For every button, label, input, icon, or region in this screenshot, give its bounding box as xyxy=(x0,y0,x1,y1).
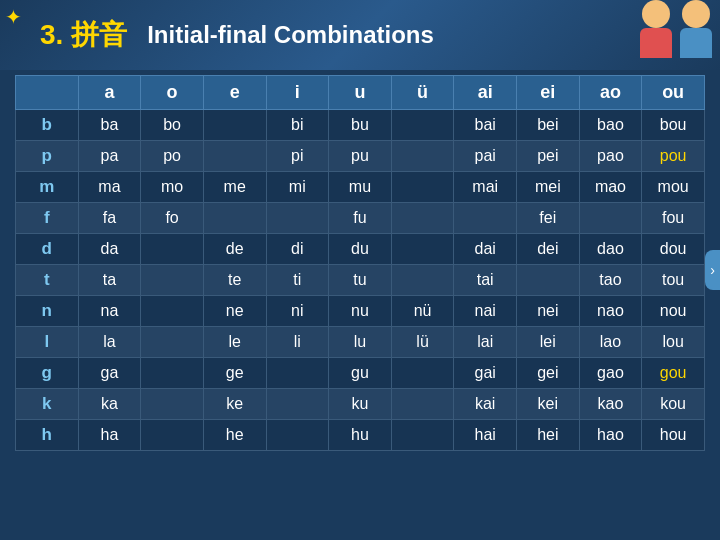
table-row: ggagegugaigeigaogou xyxy=(16,358,705,389)
combination-cell: gou xyxy=(642,358,705,389)
table-row: ttatetitutaitaotou xyxy=(16,265,705,296)
combination-cell xyxy=(391,265,454,296)
combination-cell: mao xyxy=(579,172,642,203)
kid2-body xyxy=(680,28,712,58)
kid1-head xyxy=(642,0,670,28)
initial-cell: h xyxy=(16,420,79,451)
table-row: nnaneninunünaineinaonou xyxy=(16,296,705,327)
table-row: bbabobibubaibeibaobou xyxy=(16,110,705,141)
col-header-o: o xyxy=(141,76,204,110)
combination-cell: gao xyxy=(579,358,642,389)
col-header-e: e xyxy=(203,76,266,110)
combination-cell: me xyxy=(203,172,266,203)
initial-cell: k xyxy=(16,389,79,420)
combination-cell: ga xyxy=(78,358,141,389)
combination-cell: dao xyxy=(579,234,642,265)
combination-cell: na xyxy=(78,296,141,327)
combination-cell: ne xyxy=(203,296,266,327)
combination-cell: pu xyxy=(329,141,392,172)
combination-cell: ke xyxy=(203,389,266,420)
combination-cell: hu xyxy=(329,420,392,451)
combination-cell: gai xyxy=(454,358,517,389)
initial-cell: d xyxy=(16,234,79,265)
page-title: Initial-final Combinations xyxy=(147,21,434,49)
combination-cell: tu xyxy=(329,265,392,296)
combination-cell: li xyxy=(266,327,329,358)
combination-cell: mi xyxy=(266,172,329,203)
combination-cell: bo xyxy=(141,110,204,141)
initial-cell: t xyxy=(16,265,79,296)
combination-cell: lü xyxy=(391,327,454,358)
combination-cell: di xyxy=(266,234,329,265)
combination-cell: nei xyxy=(517,296,580,327)
combination-cell: lei xyxy=(517,327,580,358)
combination-cell: gu xyxy=(329,358,392,389)
section-number-pinyin: 3. 拼音 xyxy=(40,16,127,54)
initial-cell: n xyxy=(16,296,79,327)
side-arrow[interactable]: › xyxy=(705,250,720,290)
combination-cell: ge xyxy=(203,358,266,389)
combination-cell xyxy=(266,389,329,420)
table-container: a o e i u ü ai ei ao ou bbabobibubaibeib… xyxy=(0,70,720,540)
combination-cell: bei xyxy=(517,110,580,141)
combination-cell: kao xyxy=(579,389,642,420)
combination-cell: he xyxy=(203,420,266,451)
combination-cell: kou xyxy=(642,389,705,420)
combination-cell: ka xyxy=(78,389,141,420)
combination-cell: mu xyxy=(329,172,392,203)
combination-cell: fu xyxy=(329,203,392,234)
table-row: llalelilulülaileilaolou xyxy=(16,327,705,358)
combination-cell: bou xyxy=(642,110,705,141)
combination-cell: lai xyxy=(454,327,517,358)
col-header-i: i xyxy=(266,76,329,110)
combination-cell: nao xyxy=(579,296,642,327)
combination-cell xyxy=(391,234,454,265)
col-header-ai: ai xyxy=(454,76,517,110)
combination-cell: pa xyxy=(78,141,141,172)
combination-cell xyxy=(391,203,454,234)
combination-cell: ha xyxy=(78,420,141,451)
combination-cell: te xyxy=(203,265,266,296)
combinations-table: a o e i u ü ai ei ao ou bbabobibubaibeib… xyxy=(15,75,705,451)
initial-cell: p xyxy=(16,141,79,172)
combination-cell: ku xyxy=(329,389,392,420)
col-header-ou: ou xyxy=(642,76,705,110)
combination-cell xyxy=(391,358,454,389)
kid2 xyxy=(677,0,715,65)
combination-cell: ma xyxy=(78,172,141,203)
kid1 xyxy=(637,0,675,65)
combination-cell: pi xyxy=(266,141,329,172)
combination-cell: nai xyxy=(454,296,517,327)
combination-cell: tao xyxy=(579,265,642,296)
combination-cell: pai xyxy=(454,141,517,172)
table-row: ffafofufeifou xyxy=(16,203,705,234)
initial-cell: f xyxy=(16,203,79,234)
kid2-head xyxy=(682,0,710,28)
table-header-row: a o e i u ü ai ei ao ou xyxy=(16,76,705,110)
combination-cell xyxy=(141,265,204,296)
combination-cell: da xyxy=(78,234,141,265)
table-row: mmamomemimumaimeimaomou xyxy=(16,172,705,203)
col-header-empty xyxy=(16,76,79,110)
combination-cell xyxy=(203,110,266,141)
combination-cell: fa xyxy=(78,203,141,234)
combination-cell: de xyxy=(203,234,266,265)
combination-cell: lu xyxy=(329,327,392,358)
combination-cell: tou xyxy=(642,265,705,296)
combination-cell: mo xyxy=(141,172,204,203)
combination-cell: pou xyxy=(642,141,705,172)
col-header-u: u xyxy=(329,76,392,110)
table-row: ppapopipupaipeipaopou xyxy=(16,141,705,172)
combination-cell xyxy=(579,203,642,234)
combination-cell xyxy=(391,389,454,420)
combination-cell: kei xyxy=(517,389,580,420)
combination-cell: le xyxy=(203,327,266,358)
combination-cell: dai xyxy=(454,234,517,265)
combination-cell: nu xyxy=(329,296,392,327)
combination-cell xyxy=(391,420,454,451)
combination-cell: fei xyxy=(517,203,580,234)
combination-cell xyxy=(517,265,580,296)
combination-cell: mou xyxy=(642,172,705,203)
combination-cell xyxy=(391,172,454,203)
combination-cell: du xyxy=(329,234,392,265)
